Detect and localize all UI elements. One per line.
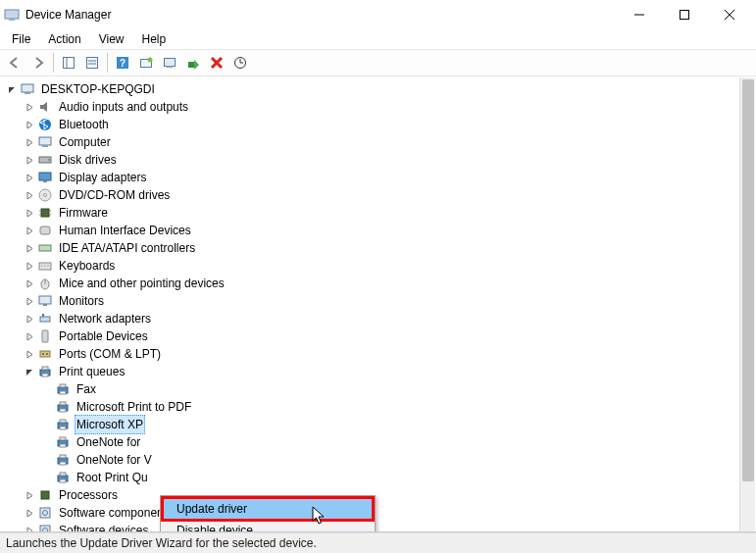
- expand-arrow-icon[interactable]: [24, 295, 35, 307]
- tree-category[interactable]: Portable Devices: [6, 327, 756, 345]
- expand-arrow-icon[interactable]: [24, 119, 35, 130]
- expand-arrow-icon[interactable]: [24, 277, 35, 289]
- back-button[interactable]: [4, 52, 25, 74]
- expand-arrow-icon[interactable]: [24, 525, 35, 532]
- svg-rect-15: [165, 59, 176, 67]
- tree-category[interactable]: Network adapters: [6, 310, 756, 327]
- svg-rect-73: [60, 479, 66, 482]
- expand-arrow-icon[interactable]: [24, 172, 35, 183]
- show-hide-tree-button[interactable]: [58, 52, 79, 74]
- svg-rect-55: [42, 374, 48, 377]
- collapse-arrow-icon[interactable]: [24, 366, 35, 377]
- tree-category[interactable]: Processors: [6, 486, 756, 504]
- tree-category[interactable]: Keyboards: [6, 257, 756, 275]
- printer-icon: [55, 381, 71, 397]
- minimize-button[interactable]: [617, 0, 662, 29]
- menu-file[interactable]: File: [4, 30, 38, 48]
- svg-rect-69: [60, 455, 66, 458]
- forward-button[interactable]: [27, 52, 49, 74]
- close-button[interactable]: [707, 0, 752, 29]
- svg-rect-77: [40, 526, 50, 532]
- menu-help[interactable]: Help: [134, 30, 175, 48]
- svg-rect-50: [40, 351, 50, 357]
- tree-category-print-queues[interactable]: Print queues: [6, 363, 756, 380]
- tree-device[interactable]: Microsoft XP: [6, 416, 756, 433]
- tree-device[interactable]: OneNote for: [6, 433, 756, 451]
- svg-rect-21: [22, 84, 33, 92]
- maximize-button[interactable]: [662, 0, 707, 29]
- tree-device[interactable]: OneNote for V: [6, 451, 756, 469]
- arrow-placeholder: [41, 454, 53, 466]
- menu-view[interactable]: View: [91, 30, 132, 48]
- tree-category[interactable]: Firmware: [6, 204, 756, 222]
- vertical-scrollbar[interactable]: [739, 77, 755, 531]
- tree-category[interactable]: Human Interface Devices: [6, 222, 756, 239]
- expand-arrow-icon[interactable]: [24, 260, 35, 272]
- tree-category[interactable]: IDE ATA/ATAPI controllers: [6, 239, 756, 257]
- svg-rect-6: [64, 58, 75, 69]
- scan-button[interactable]: [135, 52, 157, 74]
- tree-category[interactable]: Mice and other pointing devices: [6, 275, 756, 292]
- svg-rect-48: [42, 314, 44, 317]
- uninstall-button[interactable]: [206, 52, 227, 74]
- svg-rect-54: [42, 367, 48, 370]
- svg-rect-29: [43, 180, 47, 182]
- tree-category[interactable]: Ports (COM & LPT): [6, 345, 756, 363]
- help-button[interactable]: ?: [112, 52, 133, 74]
- svg-rect-57: [60, 384, 66, 387]
- menubar: File Action View Help: [0, 29, 756, 49]
- menu-action[interactable]: Action: [40, 30, 88, 48]
- expand-arrow-icon[interactable]: [24, 242, 35, 254]
- expand-arrow-icon[interactable]: [24, 507, 35, 519]
- expand-arrow-icon[interactable]: [24, 154, 35, 166]
- tree-node-label: DESKTOP-KEPQGDI: [39, 80, 157, 98]
- svg-rect-58: [60, 391, 66, 394]
- arrow-placeholder: [41, 436, 53, 448]
- context-menu-item[interactable]: Update driver: [163, 498, 373, 520]
- tree-device[interactable]: Microsoft Print to PDF: [6, 398, 756, 416]
- tree-category[interactable]: Computer: [6, 133, 756, 151]
- portable-icon: [37, 328, 53, 344]
- tree-category[interactable]: Display adapters: [6, 169, 756, 186]
- enable-device-button[interactable]: [182, 52, 204, 74]
- device-tree[interactable]: DESKTOP-KEPQGDIAudio inputs and outputsB…: [0, 76, 756, 532]
- tree-node-label: Processors: [57, 486, 120, 504]
- svg-rect-17: [188, 62, 194, 68]
- expand-arrow-icon[interactable]: [24, 189, 35, 201]
- tree-root[interactable]: DESKTOP-KEPQGDI: [6, 80, 756, 98]
- tree-node-label: Microsoft XP: [75, 415, 145, 434]
- expand-arrow-icon[interactable]: [24, 489, 35, 501]
- svg-rect-37: [40, 226, 50, 234]
- tree-node-label: Bluetooth: [57, 116, 111, 133]
- chip-icon: [37, 205, 53, 221]
- tree-category[interactable]: Monitors: [6, 292, 756, 310]
- collapse-arrow-icon[interactable]: [6, 83, 18, 95]
- svg-point-27: [48, 159, 50, 161]
- tree-device[interactable]: Root Print Qu: [6, 469, 756, 486]
- sw-icon: [37, 505, 53, 521]
- expand-arrow-icon[interactable]: [24, 136, 35, 148]
- expand-arrow-icon[interactable]: [24, 101, 35, 113]
- update-driver-button[interactable]: [159, 52, 180, 74]
- tree-category[interactable]: Disk drives: [6, 151, 756, 169]
- scan-hardware-button[interactable]: [229, 52, 251, 74]
- scrollbar-thumb[interactable]: [742, 79, 754, 481]
- tree-category[interactable]: Bluetooth: [6, 116, 756, 133]
- svg-rect-66: [60, 437, 66, 440]
- context-menu-item[interactable]: Disable device: [163, 520, 373, 532]
- tree-category[interactable]: Software components: [6, 504, 756, 522]
- expand-arrow-icon[interactable]: [24, 348, 35, 360]
- tree-category[interactable]: Software devices: [6, 522, 756, 532]
- tree-device[interactable]: Fax: [6, 380, 756, 398]
- toolbar-separator: [53, 53, 54, 73]
- tree-node-label: OneNote for: [75, 433, 142, 451]
- expand-arrow-icon[interactable]: [24, 330, 35, 342]
- expand-arrow-icon[interactable]: [24, 313, 35, 325]
- expand-arrow-icon[interactable]: [24, 225, 35, 236]
- network-icon: [37, 311, 53, 327]
- tree-category[interactable]: DVD/CD-ROM drives: [6, 186, 756, 204]
- tree-category[interactable]: Audio inputs and outputs: [6, 98, 756, 116]
- expand-arrow-icon[interactable]: [24, 207, 35, 219]
- properties-button[interactable]: [81, 52, 103, 74]
- arrow-placeholder: [41, 419, 53, 430]
